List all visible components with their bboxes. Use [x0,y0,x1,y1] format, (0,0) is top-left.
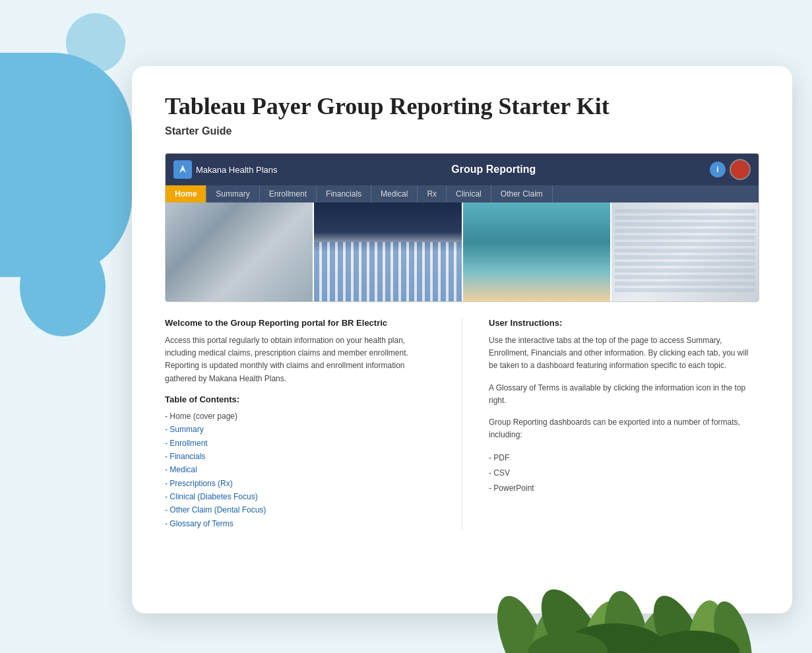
decorative-blob-left-bottom [20,237,106,336]
export-pdf: - PDF [489,451,759,466]
dashboard-icons: i [710,159,751,180]
page-subtitle: Starter Guide [165,125,759,137]
export-list: - PDF - CSV - PowerPoint [489,451,759,495]
nav-tab-home[interactable]: Home [166,185,206,202]
dashboard-images [166,202,759,301]
instructions-body2: A Glossary of Terms is available by clic… [489,382,759,407]
instructions-heading: User Instructions: [489,318,759,328]
hero-image-3 [463,202,611,301]
hero-image-4 [611,202,759,301]
instructions-body3: Group Reporting dashboards can be export… [489,416,759,441]
welcome-heading: Welcome to the Group Reporting portal fo… [165,318,435,328]
logo-text: Makana Health Plans [196,165,278,175]
toc-heading: Table of Contents: [165,394,435,404]
nav-tab-enrollment[interactable]: Enrollment [260,185,317,202]
vertical-divider [462,318,462,530]
makana-logo-icon [173,160,192,179]
main-card: Tableau Payer Group Reporting Starter Ki… [132,66,792,613]
dashboard-header: Makana Health Plans Group Reporting i [166,154,759,185]
toc-item-glossary[interactable]: - Glossary of Terms [165,517,435,530]
dashboard-nav: Home Summary Enrollment Financials Medic… [166,185,759,202]
hero-image-2 [314,202,462,301]
dashboard-mockup: Makana Health Plans Group Reporting i Ho… [165,153,759,302]
nav-tab-medical[interactable]: Medical [371,185,418,202]
toc-item-clinical[interactable]: - Clinical (Diabetes Focus) [165,490,435,503]
toc-item-home: - Home (cover page) [165,410,435,423]
export-csv: - CSV [489,466,759,481]
user-avatar [730,159,751,180]
welcome-body: Access this portal regularly to obtain i… [165,334,435,385]
nav-tab-rx[interactable]: Rx [418,185,447,202]
export-powerpoint: - PowerPoint [489,481,759,496]
dashboard-title: Group Reporting [284,164,703,175]
nav-tab-summary[interactable]: Summary [206,185,259,202]
toc-list: - Home (cover page) - Summary - Enrollme… [165,410,435,531]
page-title: Tableau Payer Group Reporting Starter Ki… [165,92,759,120]
toc-item-medical[interactable]: - Medical [165,463,435,476]
nav-tab-other-claim[interactable]: Other Claim [491,185,553,202]
instructions-body1: Use the interactive tabs at the top of t… [489,334,759,373]
content-left: Welcome to the Group Reporting portal fo… [165,318,435,530]
toc-item-other-claim[interactable]: - Other Claim (Dental Focus) [165,503,435,516]
toc-item-financials[interactable]: - Financials [165,450,435,463]
toc-item-summary[interactable]: - Summary [165,423,435,436]
dashboard-logo: Makana Health Plans [173,160,278,179]
decorative-grass [482,574,759,653]
info-icon[interactable]: i [710,162,726,177]
content-area: Welcome to the Group Reporting portal fo… [165,318,759,530]
content-right: User Instructions: Use the interactive t… [489,318,759,530]
hero-image-1 [166,202,314,301]
toc-item-prescriptions[interactable]: - Prescriptions (Rx) [165,477,435,490]
nav-tab-financials[interactable]: Financials [317,185,371,202]
nav-tab-clinical[interactable]: Clinical [447,185,491,202]
toc-item-enrollment[interactable]: - Enrollment [165,437,435,450]
